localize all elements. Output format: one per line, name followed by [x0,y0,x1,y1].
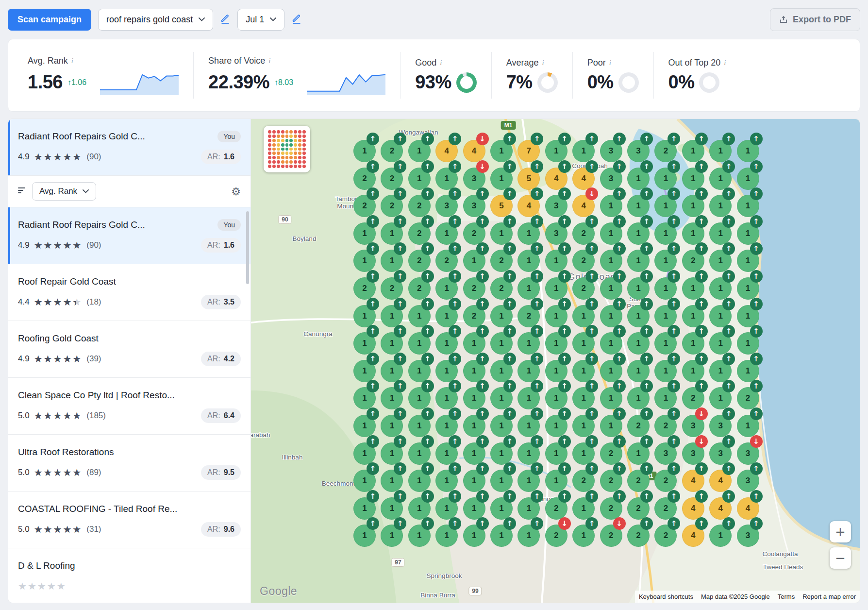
info-icon[interactable]: i [440,59,442,67]
map-rank-pin[interactable]: 1↑ [353,250,376,272]
map-rank-pin[interactable]: 1↑ [463,497,485,520]
map-rank-pin[interactable]: 1↑ [682,332,704,355]
map-rank-pin[interactable]: 1↑ [381,332,403,355]
map-rank-pin[interactable]: 1↑ [654,277,677,300]
keyword-dropdown[interactable]: roof repairs gold coast [98,9,213,31]
map-rank-pin[interactable]: 5↑ [490,195,513,217]
map-rank-pin[interactable]: 1↑ [682,305,704,327]
map-rank-pin[interactable]: 1↑ [600,415,622,437]
business-list-item[interactable]: COASTAL ROOFING - Tiled Roof Re...5.0★★★… [8,491,250,548]
map-rank-pin[interactable]: 1↑ [517,277,540,300]
map-rank-pin[interactable]: 1↑ [709,140,732,162]
map-rank-pin[interactable]: 4↓ [572,195,595,217]
map-rank-pin[interactable]: 2↑ [682,250,704,272]
map-rank-pin[interactable]: 1↑ [517,442,540,465]
map-rank-pin[interactable]: 1↑ [353,360,376,382]
map-rank-pin[interactable]: 2↑ [408,222,431,245]
map-rank-pin[interactable]: 4↑ [572,168,595,190]
map-rank-pin[interactable]: 1↑ [463,442,485,465]
map-rank-pin[interactable]: 2↑ [463,222,485,245]
map-rank-pin[interactable]: 1↑ [737,277,759,300]
map-rank-pin[interactable]: 2↑ [435,250,458,272]
map-rank-pin[interactable]: 2↑ [572,277,595,300]
map-rank-pin[interactable]: 2↑ [627,525,650,547]
map-rank-pin[interactable]: 2↑ [627,497,650,520]
map-rank-pin[interactable]: 1↑ [709,195,732,217]
map-rank-pin[interactable]: 3↑ [627,140,650,162]
map-rank-pin[interactable]: 1↑ [353,415,376,437]
map-rank-pin[interactable]: 1↑ [435,332,458,355]
map-rank-pin[interactable]: 1↑ [627,195,650,217]
map-rank-pin[interactable]: 1↑ [654,250,677,272]
map-rank-pin[interactable]: 1↑ [490,387,513,409]
map-rank-pin[interactable]: 1↑ [490,442,513,465]
map-rank-pin[interactable]: 1↑ [654,195,677,217]
info-icon[interactable]: i [268,57,270,65]
map-rank-pin[interactable]: 1↑ [490,305,513,327]
map-rank-pin[interactable]: 1↑ [545,442,568,465]
map-rank-pin[interactable]: 1↑ [517,497,540,520]
map-rank-pin[interactable]: 3↑ [435,195,458,217]
map-rank-pin[interactable]: 3↑ [737,470,759,492]
map-rank-pin[interactable]: 1↑ [654,387,677,409]
map-rank-pin[interactable]: 4↑ [435,140,458,162]
map-rank-pin[interactable]: 2↑ [381,277,403,300]
map-rank-pin[interactable]: 1↑ [682,277,704,300]
map-rank-pin[interactable]: 2↑ [600,442,622,465]
map-rank-pin[interactable]: 1↑ [737,305,759,327]
map-rank-pin[interactable]: 1↑ [435,470,458,492]
map-rank-pin[interactable]: 2↑ [408,250,431,272]
map-rank-pin[interactable]: 1↑ [353,525,376,547]
map-rank-pin[interactable]: 4↑ [517,195,540,217]
map-rank-pin[interactable]: 2↑ [381,195,403,217]
map-rank-pin[interactable]: 1↑ [408,497,431,520]
map-rank-pin[interactable]: 1↑ [435,442,458,465]
map-rank-pin[interactable]: 1↑ [572,305,595,327]
map-rank-pin[interactable]: 1↑ [435,222,458,245]
map-rank-pin[interactable]: 2↑ [627,415,650,437]
business-list-item[interactable]: Clean Space Co Pty ltd | Roof Resto...5.… [8,377,250,434]
map-rank-pin[interactable]: 1↑ [709,387,732,409]
map-rank-pin[interactable]: 1↑ [381,222,403,245]
map-rank-pin[interactable]: 3↑ [709,415,732,437]
map-rank-pin[interactable]: 1↑ [490,415,513,437]
map-rank-pin[interactable]: 4↓ [463,140,485,162]
map-rank-pin[interactable]: 3↑ [463,195,485,217]
map-rank-pin[interactable]: 1↑ [490,332,513,355]
map-rank-pin[interactable]: 1↑ [682,168,704,190]
map-rank-pin[interactable]: 2↑ [572,250,595,272]
map-rank-pin[interactable]: 3↑ [737,525,759,547]
map-rank-pin[interactable]: 2↑ [353,195,376,217]
map-rank-pin[interactable]: 1↑ [572,442,595,465]
map-rank-pin[interactable]: 1↑ [737,168,759,190]
map-rank-pin[interactable]: 1↑ [408,442,431,465]
map-rank-pin[interactable]: 2↑ [654,497,677,520]
map-rank-pin[interactable]: 1↑ [545,250,568,272]
map-rank-pin[interactable]: 1↑ [517,250,540,272]
map-rank-pin[interactable]: 2↑ [408,195,431,217]
map-rank-pin[interactable]: 2↑ [517,305,540,327]
map-rank-pin[interactable]: 4↑ [682,497,704,520]
map-rank-pin[interactable]: 1↑ [654,222,677,245]
map-rank-pin[interactable]: 1↑ [545,360,568,382]
map-rank-pin[interactable]: 1↑ [737,140,759,162]
map-rank-pin[interactable]: 2↓ [545,525,568,547]
map-rank-pin[interactable]: 2↑ [600,470,622,492]
map-rank-pin[interactable]: 1↑ [463,415,485,437]
map-rank-pin[interactable]: 3↑ [600,168,622,190]
map-rank-pin[interactable]: 2↑ [654,470,677,492]
info-icon[interactable]: i [71,57,73,65]
map-rank-pin[interactable]: 1↑ [572,497,595,520]
map-rank-pin[interactable]: 2↑ [381,140,403,162]
map-rank-pin[interactable]: 2↑ [490,277,513,300]
map-rank-pin[interactable]: 2↑ [572,222,595,245]
business-list-item[interactable]: D & L Roofing★★★★★★★★★★ [8,548,250,603]
map-rank-pin[interactable]: 1↑ [709,168,732,190]
map-rank-pin[interactable]: 1↑ [737,195,759,217]
map-rank-pin[interactable]: 3↑ [709,442,732,465]
map-rank-pin[interactable]: 1↑ [353,140,376,162]
zoom-out-button[interactable]: − [830,547,851,569]
map-rank-pin[interactable]: 1↑ [572,387,595,409]
map-rank-pin[interactable]: 1↑ [381,497,403,520]
edit-date-icon[interactable] [291,14,302,25]
